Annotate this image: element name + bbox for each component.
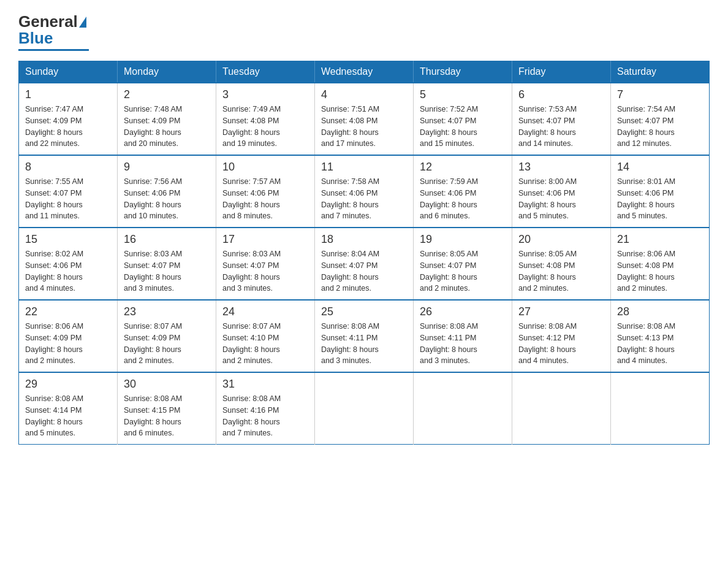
day-info: Sunrise: 8:08 AM Sunset: 4:12 PM Dayligh… [518,321,604,367]
calendar-cell: 13 Sunrise: 8:00 AM Sunset: 4:06 PM Dayl… [512,155,611,228]
logo-blue-word: Blue [18,29,53,48]
day-header-friday: Friday [512,61,611,83]
calendar-cell [414,372,512,445]
calendar-week-5: 29 Sunrise: 8:08 AM Sunset: 4:14 PM Dayl… [19,372,710,445]
day-info: Sunrise: 7:48 AM Sunset: 4:09 PM Dayligh… [124,104,210,150]
calendar-week-1: 1 Sunrise: 7:47 AM Sunset: 4:09 PM Dayli… [19,83,710,155]
day-number: 25 [321,305,407,318]
day-info: Sunrise: 7:54 AM Sunset: 4:07 PM Dayligh… [617,104,703,150]
day-info: Sunrise: 8:08 AM Sunset: 4:11 PM Dayligh… [321,321,407,367]
calendar-cell [611,372,710,445]
calendar-cell [315,372,414,445]
day-number: 12 [420,161,506,174]
day-info: Sunrise: 8:08 AM Sunset: 4:11 PM Dayligh… [420,321,506,367]
day-number: 27 [518,305,604,318]
calendar-cell: 9 Sunrise: 7:56 AM Sunset: 4:06 PM Dayli… [118,155,216,228]
day-info: Sunrise: 8:08 AM Sunset: 4:16 PM Dayligh… [222,393,308,439]
calendar-cell: 3 Sunrise: 7:49 AM Sunset: 4:08 PM Dayli… [216,83,315,155]
calendar-cell: 27 Sunrise: 8:08 AM Sunset: 4:12 PM Dayl… [512,300,611,372]
day-number: 1 [25,88,111,101]
calendar-table: SundayMondayTuesdayWednesdayThursdayFrid… [18,61,710,445]
day-number: 26 [420,305,506,318]
day-number: 16 [124,233,210,246]
logo-chevron-icon [79,17,86,28]
day-number: 23 [124,305,210,318]
day-number: 28 [617,305,703,318]
day-number: 3 [222,88,308,101]
logo: General Blue [18,12,89,51]
day-number: 4 [321,88,407,101]
calendar-cell [512,372,611,445]
calendar-cell: 1 Sunrise: 7:47 AM Sunset: 4:09 PM Dayli… [19,83,118,155]
day-info: Sunrise: 8:06 AM Sunset: 4:08 PM Dayligh… [617,248,703,294]
calendar-cell: 28 Sunrise: 8:08 AM Sunset: 4:13 PM Dayl… [611,300,710,372]
day-number: 18 [321,233,407,246]
day-header-sunday: Sunday [19,61,118,83]
calendar-week-2: 8 Sunrise: 7:55 AM Sunset: 4:07 PM Dayli… [19,155,710,228]
calendar-cell: 4 Sunrise: 7:51 AM Sunset: 4:08 PM Dayli… [315,83,414,155]
day-info: Sunrise: 8:03 AM Sunset: 4:07 PM Dayligh… [124,248,210,294]
calendar-cell: 11 Sunrise: 7:58 AM Sunset: 4:06 PM Dayl… [315,155,414,228]
day-info: Sunrise: 7:52 AM Sunset: 4:07 PM Dayligh… [420,104,506,150]
day-info: Sunrise: 8:00 AM Sunset: 4:06 PM Dayligh… [518,176,604,222]
day-header-tuesday: Tuesday [216,61,315,83]
calendar-cell: 15 Sunrise: 8:02 AM Sunset: 4:06 PM Dayl… [19,228,118,300]
day-info: Sunrise: 8:08 AM Sunset: 4:14 PM Dayligh… [25,393,111,439]
day-number: 5 [420,88,506,101]
calendar-cell: 2 Sunrise: 7:48 AM Sunset: 4:09 PM Dayli… [118,83,216,155]
day-info: Sunrise: 8:04 AM Sunset: 4:07 PM Dayligh… [321,248,407,294]
day-number: 20 [518,233,604,246]
day-number: 31 [222,378,308,391]
calendar-cell: 18 Sunrise: 8:04 AM Sunset: 4:07 PM Dayl… [315,228,414,300]
calendar-cell: 6 Sunrise: 7:53 AM Sunset: 4:07 PM Dayli… [512,83,611,155]
day-header-monday: Monday [118,61,216,83]
day-number: 13 [518,161,604,174]
calendar-cell: 25 Sunrise: 8:08 AM Sunset: 4:11 PM Dayl… [315,300,414,372]
day-info: Sunrise: 7:47 AM Sunset: 4:09 PM Dayligh… [25,104,111,150]
calendar-cell: 20 Sunrise: 8:05 AM Sunset: 4:08 PM Dayl… [512,228,611,300]
day-number: 15 [25,233,111,246]
calendar-cell: 19 Sunrise: 8:05 AM Sunset: 4:07 PM Dayl… [414,228,512,300]
day-number: 19 [420,233,506,246]
calendar-cell: 26 Sunrise: 8:08 AM Sunset: 4:11 PM Dayl… [414,300,512,372]
day-number: 6 [518,88,604,101]
calendar-cell: 12 Sunrise: 7:59 AM Sunset: 4:06 PM Dayl… [414,155,512,228]
calendar-cell: 17 Sunrise: 8:03 AM Sunset: 4:07 PM Dayl… [216,228,315,300]
calendar-cell: 16 Sunrise: 8:03 AM Sunset: 4:07 PM Dayl… [118,228,216,300]
day-info: Sunrise: 8:05 AM Sunset: 4:08 PM Dayligh… [518,248,604,294]
calendar-cell: 29 Sunrise: 8:08 AM Sunset: 4:14 PM Dayl… [19,372,118,445]
day-info: Sunrise: 8:01 AM Sunset: 4:06 PM Dayligh… [617,176,703,222]
page-header: General Blue [18,12,710,51]
day-number: 10 [222,161,308,174]
calendar-cell: 21 Sunrise: 8:06 AM Sunset: 4:08 PM Dayl… [611,228,710,300]
day-number: 11 [321,161,407,174]
day-info: Sunrise: 8:08 AM Sunset: 4:13 PM Dayligh… [617,321,703,367]
day-info: Sunrise: 8:05 AM Sunset: 4:07 PM Dayligh… [420,248,506,294]
calendar-cell: 30 Sunrise: 8:08 AM Sunset: 4:15 PM Dayl… [118,372,216,445]
day-info: Sunrise: 8:06 AM Sunset: 4:09 PM Dayligh… [25,321,111,367]
calendar-cell: 5 Sunrise: 7:52 AM Sunset: 4:07 PM Dayli… [414,83,512,155]
day-info: Sunrise: 7:56 AM Sunset: 4:06 PM Dayligh… [124,176,210,222]
day-number: 2 [124,88,210,101]
calendar-week-3: 15 Sunrise: 8:02 AM Sunset: 4:06 PM Dayl… [19,228,710,300]
logo-underline-bar [18,49,89,51]
calendar-cell: 14 Sunrise: 8:01 AM Sunset: 4:06 PM Dayl… [611,155,710,228]
calendar-cell: 8 Sunrise: 7:55 AM Sunset: 4:07 PM Dayli… [19,155,118,228]
calendar-cell: 7 Sunrise: 7:54 AM Sunset: 4:07 PM Dayli… [611,83,710,155]
calendar-cell: 24 Sunrise: 8:07 AM Sunset: 4:10 PM Dayl… [216,300,315,372]
day-info: Sunrise: 7:58 AM Sunset: 4:06 PM Dayligh… [321,176,407,222]
calendar-cell: 31 Sunrise: 8:08 AM Sunset: 4:16 PM Dayl… [216,372,315,445]
day-number: 29 [25,378,111,391]
day-number: 21 [617,233,703,246]
day-number: 14 [617,161,703,174]
day-info: Sunrise: 8:08 AM Sunset: 4:15 PM Dayligh… [124,393,210,439]
day-info: Sunrise: 8:07 AM Sunset: 4:10 PM Dayligh… [222,321,308,367]
day-info: Sunrise: 7:49 AM Sunset: 4:08 PM Dayligh… [222,104,308,150]
calendar-header-row: SundayMondayTuesdayWednesdayThursdayFrid… [19,61,710,83]
day-info: Sunrise: 7:59 AM Sunset: 4:06 PM Dayligh… [420,176,506,222]
day-info: Sunrise: 7:55 AM Sunset: 4:07 PM Dayligh… [25,176,111,222]
day-number: 7 [617,88,703,101]
day-number: 30 [124,378,210,391]
day-number: 9 [124,161,210,174]
day-info: Sunrise: 8:07 AM Sunset: 4:09 PM Dayligh… [124,321,210,367]
